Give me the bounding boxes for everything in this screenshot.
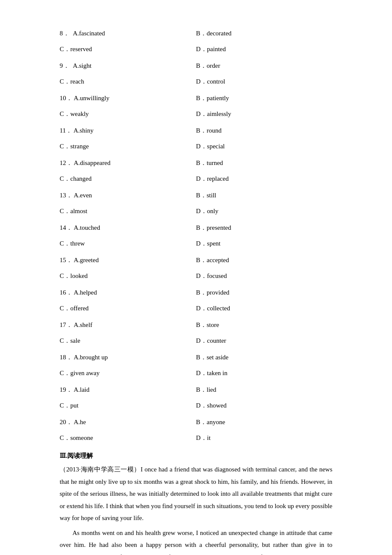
q17-option-b: B．store bbox=[196, 317, 332, 333]
q16-option-d: D．collected bbox=[196, 301, 332, 316]
q11-option-d: D．special bbox=[196, 139, 332, 154]
q9-option-a: 9． A.sight bbox=[60, 58, 196, 74]
q14-d-text: D．spent bbox=[196, 240, 221, 247]
question-12: 12． A.disappeared B．turned C．changed D．r… bbox=[60, 155, 332, 187]
q16-option-c: C．offered bbox=[60, 301, 196, 316]
q8-b-text: B．decorated bbox=[196, 30, 231, 37]
q13-a-text: A.even bbox=[74, 192, 92, 199]
q18-option-a: 18． A.brought up bbox=[60, 350, 196, 365]
q9-d-text: D．control bbox=[196, 78, 225, 85]
q12-c-text: C．changed bbox=[60, 175, 92, 182]
section-iii-label: Ⅲ.阅读理解 bbox=[60, 452, 93, 459]
q16-number: 16． bbox=[60, 287, 72, 298]
q19-option-c: C．put bbox=[60, 398, 196, 413]
q19-c-text: C．put bbox=[60, 402, 78, 409]
q12-option-c: C．changed bbox=[60, 171, 196, 187]
q16-option-b: B．provided bbox=[196, 285, 332, 301]
q16-a-text: A.helped bbox=[74, 289, 97, 296]
question-20: 20． A.he B．anyone C．someone D．it bbox=[60, 414, 332, 446]
q20-b-text: B．anyone bbox=[196, 419, 225, 425]
q13-d-text: D．only bbox=[196, 208, 219, 214]
q18-a-text: A.brought up bbox=[74, 354, 108, 361]
q12-option-a: 12． A.disappeared bbox=[60, 155, 196, 171]
q18-option-b: B．set aside bbox=[196, 350, 332, 365]
q11-b-text: B．round bbox=[196, 127, 222, 134]
q12-a-text: A.disappeared bbox=[74, 159, 110, 166]
q18-option-c: C．given away bbox=[60, 365, 196, 381]
q15-c-text: C．looked bbox=[60, 272, 88, 279]
q8-option-a: 8． A.fascinated bbox=[60, 26, 196, 41]
q20-option-c: C．someone bbox=[60, 430, 196, 446]
question-18: 18． A.brought up B．set aside C．given awa… bbox=[60, 350, 332, 381]
q15-option-a: 15． A.greeted bbox=[60, 252, 196, 268]
q13-option-d: D．only bbox=[196, 203, 332, 219]
question-16: 16． A.helped B．provided C．offered D．coll… bbox=[60, 285, 332, 316]
q14-option-d: D．spent bbox=[196, 236, 332, 251]
q10-c-text: C．weakly bbox=[60, 110, 89, 117]
q13-b-text: B．still bbox=[196, 192, 216, 199]
question-8: 8． A.fascinated B．decorated C．reserved D… bbox=[60, 26, 332, 57]
reading-source-paragraph: （2013·海南中学高三一模）I once had a friend that … bbox=[60, 463, 332, 524]
q8-a-text: A.fascinated bbox=[73, 30, 105, 37]
q8-c-text: C．reserved bbox=[60, 46, 92, 52]
q19-option-b: B．lied bbox=[196, 382, 332, 398]
q20-option-a: 20． A.he bbox=[60, 414, 196, 430]
reading-section: （2013·海南中学高三一模）I once had a friend that … bbox=[60, 463, 332, 555]
q20-option-b: B．anyone bbox=[196, 414, 332, 430]
question-9: 9． A.sight B．order C．reach D．control bbox=[60, 58, 332, 90]
q10-option-c: C．weakly bbox=[60, 106, 196, 122]
q14-c-text: C．threw bbox=[60, 240, 85, 247]
question-10: 10． A.unwillingly B．patiently C．weakly D… bbox=[60, 90, 332, 122]
q16-b-text: B．provided bbox=[196, 289, 229, 296]
q18-number: 18． bbox=[60, 352, 72, 363]
q19-option-a: 19． A.laid bbox=[60, 382, 196, 398]
q17-c-text: C．sale bbox=[60, 337, 80, 344]
q9-option-b: B．order bbox=[196, 58, 332, 74]
q9-c-text: C．reach bbox=[60, 78, 84, 85]
questions-container: 8． A.fascinated B．decorated C．reserved D… bbox=[60, 26, 332, 446]
q10-d-text: D．aimlessly bbox=[196, 110, 231, 117]
q12-b-text: B．turned bbox=[196, 159, 223, 166]
q9-a-text: A.sight bbox=[73, 62, 92, 69]
q14-option-a: 14． A.touched bbox=[60, 220, 196, 236]
q11-c-text: C．strange bbox=[60, 143, 89, 150]
q17-option-a: 17． A.shelf bbox=[60, 317, 196, 333]
q9-b-text: B．order bbox=[196, 62, 220, 69]
q18-c-text: C．given away bbox=[60, 370, 100, 376]
q10-option-d: D．aimlessly bbox=[196, 106, 332, 122]
q9-option-c: C．reach bbox=[60, 74, 196, 90]
q8-option-b: B．decorated bbox=[196, 26, 332, 41]
question-13: 13． A.even B．still C．almost D．only bbox=[60, 188, 332, 219]
q10-option-a: 10． A.unwillingly bbox=[60, 90, 196, 106]
q8-number: 8． bbox=[60, 28, 72, 39]
q14-number: 14． bbox=[60, 222, 72, 234]
question-17: 17． A.shelf B．store C．sale D．counter bbox=[60, 317, 332, 349]
q15-option-c: C．looked bbox=[60, 268, 196, 284]
q20-d-text: D．it bbox=[196, 434, 210, 441]
q13-option-c: C．almost bbox=[60, 203, 196, 219]
q17-b-text: B．store bbox=[196, 321, 219, 328]
q10-number: 10． bbox=[60, 92, 72, 104]
q8-option-c: C．reserved bbox=[60, 41, 196, 57]
q17-option-c: C．sale bbox=[60, 333, 196, 349]
q14-b-text: B．presented bbox=[196, 224, 231, 231]
q19-d-text: D．showed bbox=[196, 402, 227, 409]
q14-option-c: C．threw bbox=[60, 236, 196, 251]
q9-number: 9． bbox=[60, 60, 72, 72]
q11-option-a: 11． A.shiny bbox=[60, 123, 196, 139]
q19-number: 19． bbox=[60, 384, 72, 396]
reading-paragraph-2: As months went on and his health grew wo… bbox=[60, 527, 332, 555]
q14-a-text: A.touched bbox=[74, 224, 100, 231]
q17-option-d: D．counter bbox=[196, 333, 332, 349]
q15-b-text: B．accepted bbox=[196, 257, 229, 263]
q12-number: 12． bbox=[60, 157, 72, 169]
q18-option-d: D．taken in bbox=[196, 365, 332, 381]
q17-d-text: D．counter bbox=[196, 337, 226, 344]
q10-option-b: B．patiently bbox=[196, 90, 332, 106]
question-19: 19． A.laid B．lied C．put D．showed bbox=[60, 382, 332, 413]
q13-option-b: B．still bbox=[196, 188, 332, 203]
q15-option-b: B．accepted bbox=[196, 252, 332, 268]
q8-d-text: D．painted bbox=[196, 46, 226, 52]
q13-number: 13． bbox=[60, 190, 72, 201]
q15-d-text: D．focused bbox=[196, 272, 227, 279]
